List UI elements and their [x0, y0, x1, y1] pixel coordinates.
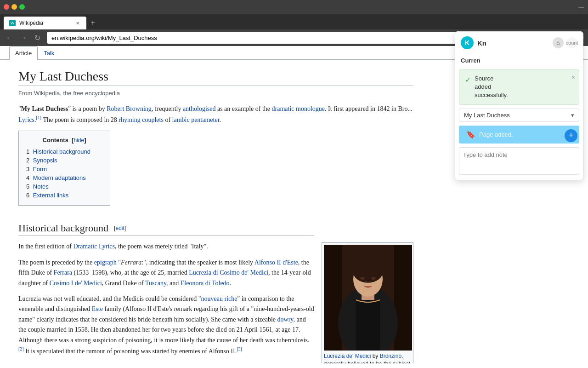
toc-list: 1 Historical background 2 Synopsis 3 For…: [26, 147, 102, 200]
section-title-historical: Historical background [edit]: [18, 222, 314, 236]
link-nouveau-riche[interactable]: nouveau riche: [201, 295, 237, 302]
section-para-4: The Duke then sought the hand of Barbara…: [18, 362, 314, 363]
footnote-3[interactable]: [3]: [237, 346, 242, 351]
toc-box: Contents [hide] 1 Historical background …: [18, 131, 110, 206]
tab-bar: W Wikipedia ✕ +: [0, 14, 588, 29]
new-tab-button[interactable]: +: [86, 17, 99, 29]
toc-item-5[interactable]: 5 Notes: [26, 182, 102, 191]
toc-num-3: 3: [26, 166, 29, 172]
success-check-icon: ✓: [465, 75, 471, 84]
source-dropdown-label: My Last Duchess: [464, 112, 510, 119]
knotable-title: Kn: [477, 39, 486, 47]
browser-window-controls: —: [0, 0, 588, 14]
link-iambic-pentameter[interactable]: iambic pentameter: [172, 116, 220, 123]
toc-link-5[interactable]: Notes: [33, 183, 49, 190]
knotable-current-label: Curren: [455, 54, 583, 66]
toc-item-1[interactable]: 1 Historical background: [26, 147, 102, 156]
toc-item-4[interactable]: 4 Modern adaptations: [26, 173, 102, 182]
footnote-2[interactable]: [2]: [18, 346, 24, 351]
tab-close-icon[interactable]: ✕: [74, 20, 81, 26]
page-title: My Last Duchess: [18, 69, 413, 86]
article-body: My Last Duchess From Wikipedia, the free…: [18, 69, 413, 354]
toc-title: Contents [hide]: [26, 137, 102, 144]
link-lyrics[interactable]: Lyrics: [18, 116, 34, 123]
tab-talk[interactable]: Talk: [38, 46, 60, 59]
tab-article[interactable]: Article: [9, 46, 38, 60]
link-lucrezia-medici[interactable]: Lucrezia de' Medici: [324, 353, 371, 359]
link-anthologised[interactable]: anthologised: [183, 105, 216, 112]
toc-link-2[interactable]: Synopsis: [33, 157, 57, 164]
link-ferrara[interactable]: Ferrara: [54, 269, 72, 276]
traffic-lights[interactable]: [4, 4, 25, 10]
image-caption: Lucrezia de' Medici by Bronzino, general…: [324, 352, 411, 363]
minimize-btn: —: [578, 3, 584, 11]
knotable-popup: K Kn ⌂ count Curren ✓ Source added succe…: [455, 31, 583, 180]
link-robert-browning[interactable]: Robert Browning: [107, 105, 152, 112]
toc-link-4[interactable]: Modern adaptations: [33, 174, 86, 181]
svg-point-5: [352, 257, 384, 283]
section-body: Historical background [edit] In the firs…: [18, 215, 314, 363]
browser-nav: ← → ↻: [4, 32, 43, 44]
page-added-label: Page added.: [479, 131, 513, 138]
link-tuscany[interactable]: Tuscany: [145, 280, 166, 287]
success-banner: ✓ Source added successfully. ×: [459, 69, 579, 105]
toc-link-1[interactable]: Historical background: [33, 148, 90, 155]
link-dramatic-lyrics[interactable]: Dramatic Lyrics: [73, 243, 115, 250]
intro-paragraph: "My Last Duchess" is a poem by Robert Br…: [18, 104, 413, 125]
knotable-header-icons: ⌂ count: [553, 37, 577, 48]
tab-favicon: W: [9, 20, 16, 26]
link-dowry[interactable]: dowry: [277, 316, 294, 323]
portrait-image: [324, 245, 412, 351]
toc-num-4: 4: [26, 174, 29, 181]
knotable-header: K Kn ⌂ count: [455, 32, 583, 54]
page-added-button[interactable]: 🔖 Page added.: [459, 126, 579, 144]
link-este[interactable]: Este: [92, 305, 103, 312]
section-para-3: Lucrezia was not well educated, and the …: [18, 294, 314, 356]
toc-num-5: 5: [26, 183, 29, 190]
toc-item-6[interactable]: 6 External links: [26, 191, 102, 200]
portrait-svg: [324, 245, 412, 351]
toc-item-3[interactable]: 3 Form: [26, 165, 102, 173]
wiki-tabs: Article Talk: [0, 46, 60, 59]
success-close-button[interactable]: ×: [571, 74, 575, 81]
link-rhyming-couplets[interactable]: rhyming couplets: [119, 116, 164, 123]
section-para-1: In the first edition of Dramatic Lyrics,…: [18, 242, 314, 252]
link-cosimo[interactable]: Cosimo I de' Medici: [50, 280, 102, 287]
bookmark-icon: 🔖: [466, 130, 475, 139]
toc-num-1: 1: [26, 148, 29, 155]
link-dramatic-monologue[interactable]: dramatic monologue: [272, 105, 325, 112]
page-subtitle: From Wikipedia, the free encyclopedia: [18, 90, 413, 97]
footnote-1[interactable]: [1]: [36, 115, 42, 120]
toc-item-2[interactable]: 2 Synopsis: [26, 156, 102, 165]
toc-num-6: 6: [26, 192, 29, 199]
link-eleonora[interactable]: Eleonora di Toledo: [181, 280, 230, 287]
image-box: Lucrezia de' Medici by Bronzino, general…: [322, 242, 413, 363]
link-epigraph[interactable]: epigraph: [94, 259, 117, 266]
tab-title: Wikipedia: [19, 20, 43, 26]
section-para-2: The poem is preceded by the epigraph "Fe…: [18, 258, 314, 288]
link-lucrezia[interactable]: Lucrezia di Cosimo de' Medici: [189, 269, 268, 276]
source-dropdown[interactable]: My Last Duchess ▾: [459, 109, 579, 122]
section-edit-link[interactable]: edit: [115, 225, 124, 231]
add-source-button[interactable]: +: [565, 129, 577, 142]
success-message: Source added successfully.: [475, 75, 508, 100]
svg-point-6: [360, 277, 365, 280]
link-alfonso[interactable]: Alfonso II d'Este: [254, 259, 298, 266]
toc-hide-link[interactable]: hide: [74, 137, 84, 144]
back-button[interactable]: ←: [4, 32, 16, 44]
refresh-button[interactable]: ↻: [31, 32, 43, 44]
knotable-count-badge: count: [566, 37, 577, 48]
toc-link-3[interactable]: Form: [33, 166, 47, 172]
svg-rect-8: [356, 300, 380, 351]
url-bar[interactable]: [47, 32, 497, 44]
toc-link-6[interactable]: External links: [33, 192, 68, 199]
knotable-home-button[interactable]: ⌂: [553, 37, 564, 48]
toc-num-2: 2: [26, 157, 29, 164]
link-bronzino[interactable]: Bronzino: [380, 353, 401, 359]
browser-tab-wikipedia[interactable]: W Wikipedia ✕: [4, 17, 86, 29]
forward-button[interactable]: →: [17, 32, 29, 44]
svg-point-7: [371, 277, 376, 280]
section-edit-wrapper: [edit]: [114, 225, 126, 231]
article-title-bold: My Last Duchess: [21, 105, 68, 112]
note-textarea[interactable]: [459, 147, 579, 175]
